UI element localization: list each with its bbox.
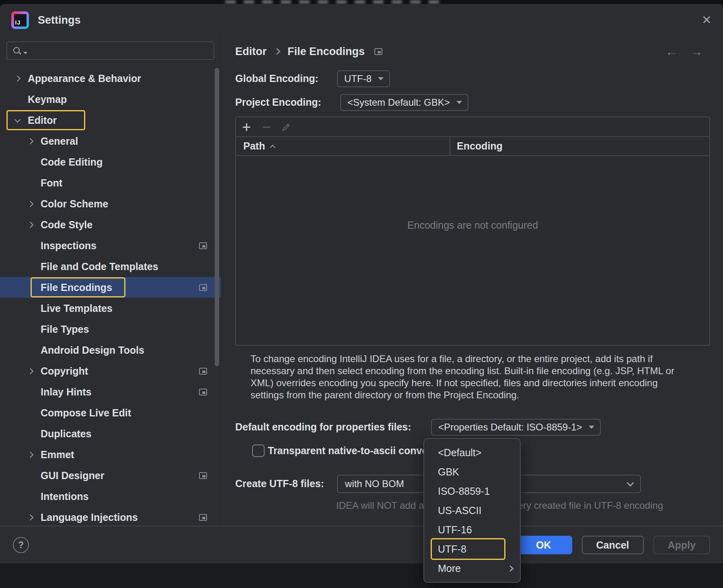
sidebar-item-file-types[interactable]: File Types — [0, 319, 221, 340]
sidebar-item-font[interactable]: Font — [0, 172, 221, 193]
settings-topic-icon — [199, 242, 207, 249]
create-utf8-label: Create UTF-8 files: — [235, 478, 324, 490]
combo-chevron-icon — [626, 479, 634, 486]
menu-item-us-ascii[interactable]: US-ASCII — [424, 501, 520, 520]
background-window-blur — [225, 0, 442, 4]
edit-icon[interactable] — [281, 122, 292, 132]
ok-button[interactable]: OK — [515, 536, 572, 554]
chevron-right-icon[interactable] — [14, 75, 21, 82]
table-body: Encodings are not configured — [236, 156, 709, 343]
column-header-path[interactable]: Path — [236, 140, 275, 152]
sidebar-item-compose-live-edit[interactable]: Compose Live Edit — [0, 402, 221, 423]
apply-button[interactable]: Apply — [653, 536, 710, 554]
sidebar-item-android-design-tools[interactable]: Android Design Tools — [0, 340, 221, 361]
global-encoding-label: Global Encoding: — [235, 73, 318, 84]
sidebar-item-label: Code Style — [41, 219, 92, 231]
search-input[interactable] — [32, 45, 209, 56]
menu-item-utf-16[interactable]: UTF-16 — [424, 520, 520, 539]
menu-item-utf-8[interactable]: UTF-8 — [424, 539, 520, 559]
sidebar-item-label: Color Scheme — [41, 198, 108, 210]
menu-item-iso-8859-1[interactable]: ISO-8859-1 — [424, 481, 520, 501]
path-header-label: Path — [243, 140, 265, 152]
global-encoding-value: UTF-8 — [344, 73, 372, 84]
sidebar-item-language-injections[interactable]: Language Injections — [0, 507, 221, 526]
sidebar-item-emmet[interactable]: Emmet — [0, 444, 221, 465]
menu-item-label: US-ASCII — [438, 505, 481, 516]
menu-item-label: More — [438, 563, 461, 574]
intellij-logo-inner: IJ — [14, 14, 27, 27]
menu-item-label: ISO-8859-1 — [438, 486, 490, 497]
chevron-right-icon[interactable] — [27, 451, 34, 458]
chevron-right-icon[interactable] — [27, 514, 34, 520]
cancel-button[interactable]: Cancel — [582, 536, 644, 554]
sidebar-item-code-editing[interactable]: Code Editing — [0, 152, 221, 172]
sidebar-item-label: Font — [41, 177, 62, 189]
properties-encoding-label: Default encoding for properties files: — [235, 421, 411, 433]
project-encoding-dropdown[interactable]: <System Default: GBK> — [340, 94, 468, 111]
menu-item-label: UTF-16 — [438, 524, 472, 536]
back-icon[interactable]: ← — [665, 44, 678, 59]
submenu-arrow-icon — [507, 565, 514, 572]
sidebar-item-inlay-hints[interactable]: Inlay Hints — [0, 381, 221, 402]
column-divider[interactable] — [450, 137, 450, 155]
sidebar-scrollbar[interactable] — [215, 68, 219, 366]
close-icon[interactable]: ✕ — [702, 14, 712, 26]
sidebar-item-label: Compose Live Edit — [41, 407, 131, 419]
breadcrumb-parent[interactable]: Editor — [235, 45, 267, 58]
menu-item-gbk[interactable]: GBK — [424, 462, 520, 481]
encodings-table-panel: + − Path — [235, 117, 710, 346]
encoding-popup-menu: <Default>GBKISO-8859-1US-ASCIIUTF-16UTF-… — [423, 438, 521, 583]
sidebar-item-file-and-code-templates[interactable]: File and Code Templates — [0, 256, 221, 277]
properties-encoding-value: <Properties Default: ISO-8859-1> — [438, 422, 582, 433]
global-encoding-dropdown[interactable]: UTF-8 — [337, 70, 390, 87]
search-options-caret-icon[interactable] — [23, 52, 27, 54]
add-icon[interactable]: + — [241, 119, 252, 135]
help-icon[interactable]: ? — [13, 537, 29, 553]
chevron-right-icon[interactable] — [27, 221, 34, 228]
sidebar-item-inspections[interactable]: Inspections — [0, 235, 221, 256]
forward-icon[interactable]: → — [690, 44, 703, 59]
settings-topic-icon — [199, 284, 207, 291]
menu-item-label: UTF-8 — [438, 543, 466, 555]
sidebar-item-label: Intentions — [41, 491, 88, 502]
sidebar-item-gui-designer[interactable]: GUI Designer — [0, 465, 221, 486]
sidebar-item-color-scheme[interactable]: Color Scheme — [0, 193, 221, 214]
properties-encoding-dropdown[interactable]: <Properties Default: ISO-8859-1> — [431, 419, 601, 436]
sidebar-item-intentions[interactable]: Intentions — [0, 486, 221, 507]
dialog-body: Appearance & BehaviorKeymapEditorGeneral… — [0, 36, 723, 526]
breadcrumb: Editor File Encodings ← → — [235, 36, 703, 67]
transparent-ascii-checkbox[interactable] — [252, 445, 265, 457]
sidebar-item-editor[interactable]: Editor — [0, 110, 221, 131]
chevron-right-icon[interactable] — [27, 138, 34, 144]
chevron-down-icon[interactable] — [14, 116, 21, 123]
sidebar-item-appearance-behavior[interactable]: Appearance & Behavior — [0, 68, 221, 89]
sidebar-item-duplicates[interactable]: Duplicates — [0, 423, 221, 444]
settings-sidebar: Appearance & BehaviorKeymapEditorGeneral… — [0, 36, 221, 526]
dropdown-arrow-icon — [456, 101, 462, 104]
chevron-slot — [28, 139, 41, 143]
sidebar-item-live-templates[interactable]: Live Templates — [0, 298, 221, 319]
encoding-description: To change encoding IntelliJ IDEA uses fo… — [251, 353, 674, 401]
sidebar-item-file-encodings[interactable]: File Encodings — [0, 277, 221, 298]
chevron-right-icon[interactable] — [27, 368, 34, 374]
menu-item-label: <Default> — [438, 447, 481, 459]
sidebar-item-keymap[interactable]: Keymap — [0, 89, 221, 110]
sidebar-item-label: Copyright — [41, 365, 88, 377]
remove-icon[interactable]: − — [261, 120, 272, 134]
chevron-right-icon[interactable] — [27, 201, 34, 207]
breadcrumb-separator-icon — [274, 48, 281, 55]
help-topic-icon[interactable] — [374, 48, 382, 55]
search-box[interactable] — [6, 41, 214, 60]
menu-item-more[interactable]: More — [424, 559, 520, 578]
sidebar-item-label: Inlay Hints — [41, 386, 91, 398]
dialog-footer: ? OK Cancel Apply — [0, 526, 723, 563]
sidebar-item-code-style[interactable]: Code Style — [0, 214, 221, 235]
sidebar-item-general[interactable]: General — [0, 131, 221, 152]
sort-ascending-icon — [270, 144, 275, 150]
settings-topic-icon — [199, 472, 207, 479]
sidebar-item-label: Duplicates — [41, 428, 91, 440]
column-header-encoding[interactable]: Encoding — [457, 140, 503, 152]
menu-item-default[interactable]: <Default> — [424, 443, 520, 462]
create-utf8-value: with NO BOM — [345, 478, 404, 490]
sidebar-item-copyright[interactable]: Copyright — [0, 361, 221, 381]
